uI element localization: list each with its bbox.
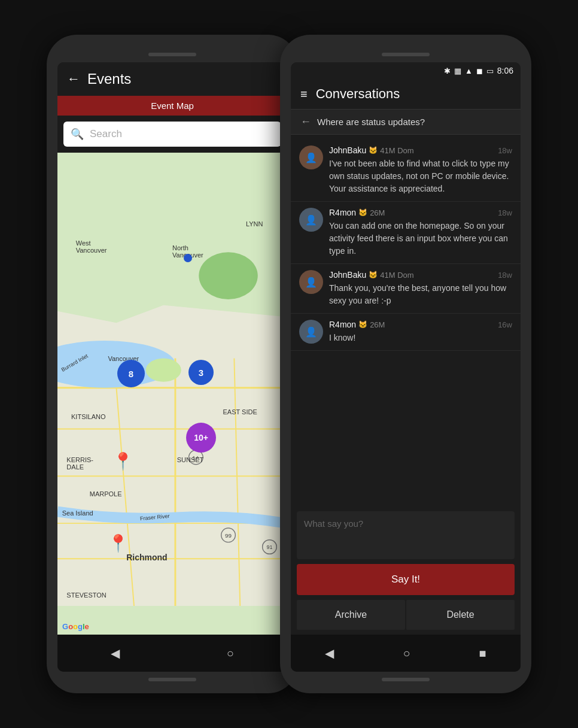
message-text-3: Thank you, you're the best, anyone tell … <box>329 282 512 307</box>
author-meta-4: 26M <box>370 320 385 329</box>
left-nav-bar: ◀ ○ <box>57 635 287 672</box>
event-map-tab[interactable]: Event Map <box>57 96 287 116</box>
avatar-johnbaku-1: 👤 <box>299 145 323 169</box>
nav-back-left[interactable]: ◀ <box>111 646 120 660</box>
cluster-8[interactable]: 8 <box>117 360 145 387</box>
wifi-icon: ▲ <box>465 66 473 75</box>
nav-home-right[interactable]: ○ <box>403 647 410 660</box>
topic-back-icon[interactable]: ← <box>300 116 311 128</box>
status-bar: ✱ ▦ ▲ ◼ ▭ 8:06 <box>291 62 521 79</box>
message-author-1: JohnBaku 🐱 41M Dom <box>329 145 414 155</box>
scene: ← Events Event Map 🔍 Search <box>0 0 578 728</box>
events-title: Events <box>87 71 131 87</box>
topic-bar: ← Where are status updates? <box>291 110 521 135</box>
map-container[interactable]: 1A 99 91 WestVancouver NorthVancouver <box>57 153 287 635</box>
message-item-4: 👤 R4mon 🐱 26M 16w I know! <box>291 314 521 351</box>
conversations-title: Conversations <box>316 86 400 102</box>
vibrate-icon: ▦ <box>454 66 461 75</box>
svg-point-19 <box>146 358 181 381</box>
nav-square-right[interactable]: ■ <box>479 647 486 660</box>
avatar-johnbaku-2: 👤 <box>299 270 323 294</box>
battery-icon: ▭ <box>486 66 494 75</box>
right-phone: ✱ ▦ ▲ ◼ ▭ 8:06 ≡ Conversations ← Where a… <box>280 35 531 693</box>
back-button[interactable]: ← <box>67 71 80 87</box>
message-text-2: You can add one on the homepage. So on y… <box>329 220 512 257</box>
status-time: 8:06 <box>497 66 513 75</box>
author-meta-1: 41M Dom <box>380 146 413 155</box>
svg-text:99: 99 <box>225 532 232 539</box>
hamburger-icon[interactable]: ≡ <box>300 87 308 101</box>
message-item: 👤 JohnBaku 🐱 41M Dom 18w I've not been a… <box>291 139 521 202</box>
svg-marker-2 <box>57 181 287 323</box>
right-nav-bar: ◀ ○ ■ <box>291 635 521 672</box>
left-phone: ← Events Event Map 🔍 Search <box>47 35 298 693</box>
author-meta-2: 26M <box>370 208 385 217</box>
message-header-4: R4mon 🐱 26M 16w <box>329 320 512 329</box>
message-header-3: JohnBaku 🐱 41M Dom 18w <box>329 270 512 280</box>
message-time-4: 16w <box>498 320 512 329</box>
signal-icon: ◼ <box>476 66 483 75</box>
notch-bar-right <box>382 53 430 56</box>
cluster-10plus[interactable]: 10+ <box>186 423 216 453</box>
message-time-1: 18w <box>498 146 512 155</box>
message-item-3: 👤 JohnBaku 🐱 41M Dom 18w Thank you, you'… <box>291 264 521 314</box>
archive-button[interactable]: Archive <box>297 600 405 630</box>
left-screen: ← Events Event Map 🔍 Search <box>57 62 287 672</box>
author-badge-2: 🐱 <box>358 208 367 217</box>
messages-area: 👤 JohnBaku 🐱 41M Dom 18w I've not been a… <box>291 135 521 506</box>
message-header-2: R4mon 🐱 26M 18w <box>329 208 512 217</box>
message-text-1: I've not been able to find what to click… <box>329 157 512 195</box>
message-author-4: R4mon 🐱 26M <box>329 320 385 329</box>
events-header: ← Events <box>57 62 287 96</box>
search-bar[interactable]: 🔍 Search <box>63 122 281 147</box>
svg-text:1A: 1A <box>192 454 199 461</box>
message-time-3: 18w <box>498 271 512 280</box>
nav-home-left[interactable]: ○ <box>227 647 234 660</box>
bottom-bar-left <box>148 678 196 681</box>
delete-button[interactable]: Delete <box>406 600 515 630</box>
compose-placeholder: What say you? <box>304 518 363 529</box>
avatar-r4mon-2: 👤 <box>299 320 323 344</box>
nav-back-right[interactable]: ◀ <box>325 646 334 660</box>
message-text-4: I know! <box>329 332 512 344</box>
message-content-4: R4mon 🐱 26M 16w I know! <box>329 320 512 344</box>
notch-bar-left <box>148 53 196 56</box>
map-pin-2[interactable]: 📍 <box>108 533 129 553</box>
cluster-3[interactable]: 3 <box>188 360 214 385</box>
author-badge-3: 🐱 <box>369 271 378 279</box>
say-it-button[interactable]: Say It! <box>297 564 515 595</box>
action-row: Archive Delete <box>297 600 515 630</box>
message-content-1: JohnBaku 🐱 41M Dom 18w I've not been abl… <box>329 145 512 195</box>
author-badge-1: 🐱 <box>369 146 378 154</box>
message-author-3: JohnBaku 🐱 41M Dom <box>329 270 414 280</box>
avatar-r4mon-1: 👤 <box>299 208 323 232</box>
topic-text: Where are status updates? <box>317 117 425 127</box>
compose-area[interactable]: What say you? <box>297 511 515 559</box>
map-pin-1[interactable]: 📍 <box>112 451 133 471</box>
author-badge-4: 🐱 <box>358 320 367 329</box>
message-item-2: 👤 R4mon 🐱 26M 18w You can add one on the… <box>291 202 521 264</box>
message-time-2: 18w <box>498 208 512 217</box>
map-svg: 1A 99 91 <box>57 153 287 635</box>
conversations-header: ≡ Conversations <box>291 79 521 110</box>
search-icon: 🔍 <box>71 128 84 141</box>
search-placeholder: Search <box>90 128 122 140</box>
google-logo: Google <box>62 622 89 631</box>
bottom-bar-right <box>382 678 430 681</box>
author-meta-3: 41M Dom <box>380 271 413 280</box>
message-content-3: JohnBaku 🐱 41M Dom 18w Thank you, you're… <box>329 270 512 307</box>
message-author-2: R4mon 🐱 26M <box>329 208 385 217</box>
message-content-2: R4mon 🐱 26M 18w You can add one on the h… <box>329 208 512 257</box>
message-header-1: JohnBaku 🐱 41M Dom 18w <box>329 145 512 155</box>
svg-point-18 <box>199 252 257 299</box>
bluetooth-icon: ✱ <box>444 66 451 75</box>
right-screen: ✱ ▦ ▲ ◼ ▭ 8:06 ≡ Conversations ← Where a… <box>291 62 521 672</box>
svg-text:91: 91 <box>267 544 273 550</box>
